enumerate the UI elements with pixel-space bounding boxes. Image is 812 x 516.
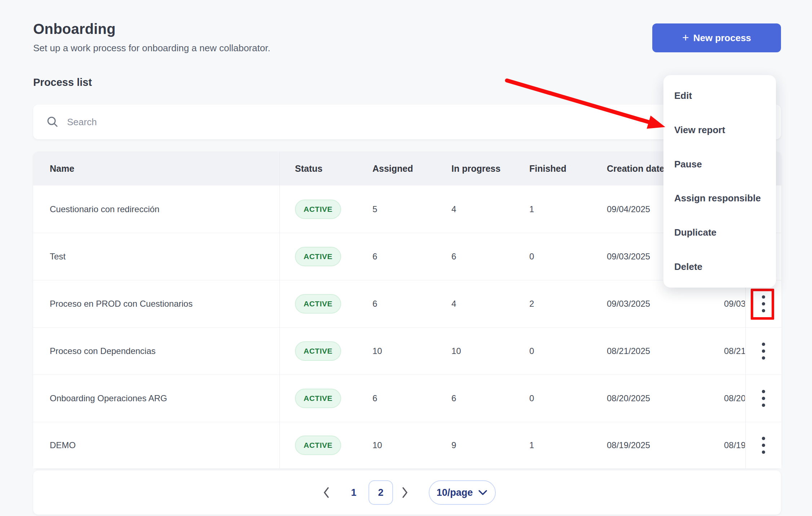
- page-title: Onboarding: [33, 21, 116, 37]
- in-progress-count: 4: [451, 299, 456, 309]
- col-header-assigned: Assigned: [372, 163, 413, 174]
- new-process-button[interactable]: + New process: [652, 23, 781, 52]
- creation-date: 08/21/2025: [607, 346, 650, 356]
- in-progress-count: 10: [451, 346, 461, 356]
- process-name: Test: [50, 252, 66, 262]
- process-name: Proceso con Dependencias: [50, 346, 156, 356]
- secondary-date: 08/21: [724, 346, 745, 356]
- status-badge: ACTIVE: [295, 200, 341, 219]
- assigned-count: 10: [372, 440, 382, 450]
- process-name: Proceso en PROD con Cuestionarios: [50, 299, 193, 309]
- table-row: Onboarding Operaciones ARG ACTIVE 6 6 0 …: [33, 375, 781, 422]
- status-badge: ACTIVE: [295, 341, 341, 361]
- finished-count: 0: [529, 393, 534, 403]
- menu-item-assign-responsible[interactable]: Assign responsible: [663, 181, 776, 215]
- annotation-highlight-box: [751, 289, 774, 320]
- col-header-creation-date: Creation date: [607, 163, 665, 174]
- creation-date: 09/03/2025: [607, 299, 650, 309]
- table-row: DEMO ACTIVE 10 9 1 08/19/2025 08/19: [33, 422, 781, 468]
- page-subtitle: Set up a work process for onboarding a n…: [33, 43, 270, 54]
- col-header-name: Name: [50, 163, 74, 174]
- assigned-count: 6: [372, 252, 377, 262]
- row-actions-kebab-button[interactable]: [748, 339, 778, 363]
- chevron-left-icon: [322, 486, 331, 499]
- status-badge: ACTIVE: [295, 389, 341, 408]
- process-name: Cuestionario con redirección: [50, 204, 159, 214]
- next-page-button[interactable]: [400, 486, 409, 499]
- creation-date: 09/03/2025: [607, 252, 650, 262]
- creation-date: 09/04/2025: [607, 204, 650, 214]
- creation-date: 08/20/2025: [607, 393, 650, 403]
- menu-item-pause[interactable]: Pause: [663, 147, 776, 182]
- status-badge: ACTIVE: [295, 247, 341, 266]
- search-icon: [46, 115, 59, 128]
- in-progress-count: 9: [451, 440, 456, 450]
- page-2-button-current[interactable]: 2: [369, 480, 393, 505]
- chevron-down-icon: [478, 489, 488, 496]
- status-badge: ACTIVE: [295, 294, 341, 314]
- pagination-bar: 1 2 10/page: [33, 471, 781, 515]
- chevron-right-icon: [400, 486, 409, 499]
- onboarding-page: Onboarding Set up a work process for onb…: [0, 0, 812, 516]
- page-size-select[interactable]: 10/page: [429, 480, 496, 505]
- assigned-count: 5: [372, 204, 377, 214]
- finished-count: 2: [529, 299, 534, 309]
- menu-item-edit[interactable]: Edit: [663, 79, 776, 113]
- col-header-finished: Finished: [529, 163, 566, 174]
- status-badge: ACTIVE: [295, 436, 341, 455]
- col-header-in-progress: In progress: [451, 163, 500, 174]
- finished-count: 1: [529, 204, 534, 214]
- menu-item-delete[interactable]: Delete: [663, 250, 776, 284]
- col-header-status: Status: [295, 163, 322, 174]
- finished-count: 0: [529, 252, 534, 262]
- creation-date: 08/19/2025: [607, 440, 650, 450]
- page-1-button[interactable]: 1: [351, 487, 356, 498]
- assigned-count: 6: [372, 299, 377, 309]
- page-size-label: 10/page: [437, 487, 473, 498]
- assigned-count: 6: [372, 393, 377, 403]
- row-actions-kebab-button[interactable]: [748, 386, 778, 411]
- in-progress-count: 4: [451, 204, 456, 214]
- finished-count: 0: [529, 346, 534, 356]
- process-name: DEMO: [50, 440, 76, 450]
- secondary-date: 08/19: [724, 440, 745, 450]
- row-actions-kebab-button[interactable]: [748, 433, 778, 458]
- plus-icon: +: [682, 32, 689, 43]
- row-actions-menu: Edit View report Pause Assign responsibl…: [663, 75, 776, 288]
- in-progress-count: 6: [451, 252, 456, 262]
- previous-page-button[interactable]: [322, 486, 331, 499]
- section-title: Process list: [33, 76, 92, 88]
- secondary-date: 08/20: [724, 393, 745, 403]
- in-progress-count: 6: [451, 393, 456, 403]
- column-divider: [279, 152, 280, 468]
- new-process-label: New process: [693, 32, 751, 44]
- process-name: Onboarding Operaciones ARG: [50, 393, 167, 403]
- secondary-date: 09/03: [724, 299, 745, 309]
- finished-count: 1: [529, 440, 534, 450]
- assigned-count: 10: [372, 346, 382, 356]
- menu-item-duplicate[interactable]: Duplicate: [663, 215, 776, 250]
- menu-item-view-report[interactable]: View report: [663, 113, 776, 147]
- table-row: Proceso con Dependencias ACTIVE 10 10 0 …: [33, 327, 781, 375]
